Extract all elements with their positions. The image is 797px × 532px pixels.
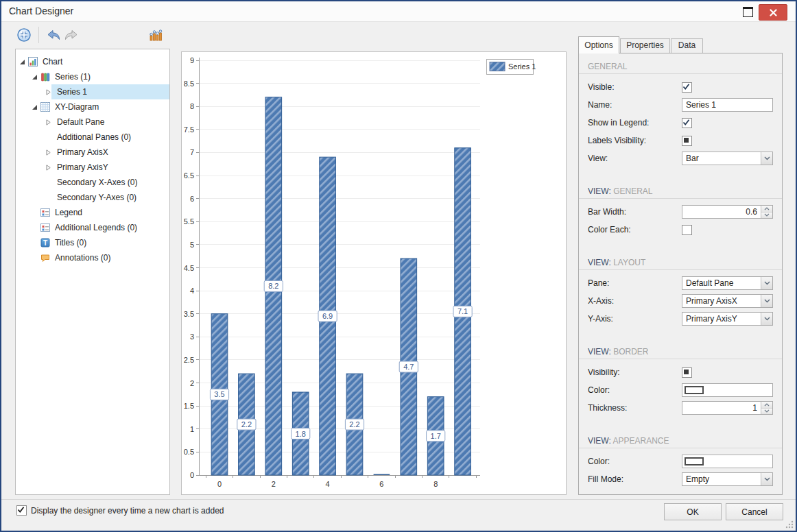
maximize-icon[interactable]: [743, 7, 753, 17]
title-bar: Chart Designer: [1, 1, 796, 22]
tab-properties[interactable]: Properties: [620, 38, 670, 53]
expander-expanded-icon[interactable]: [31, 73, 38, 80]
svg-text:2: 2: [272, 480, 276, 488]
tree-item-annotations-0[interactable]: Annotations (0): [16, 250, 169, 265]
tree-item-label: Default Pane: [56, 117, 104, 127]
svg-text:0: 0: [190, 471, 194, 479]
show-in-legend-checkbox[interactable]: [682, 118, 692, 128]
option-label: Name:: [588, 100, 612, 110]
spin-down-icon[interactable]: [761, 213, 772, 219]
close-button[interactable]: [759, 4, 787, 21]
tree-item-label: XY-Diagram: [53, 102, 99, 112]
chart-legend[interactable]: Series 1: [486, 59, 536, 74]
options-panel: GENERALVisible:Name:Series 1Show in Lege…: [578, 53, 783, 495]
resize-grip[interactable]: [785, 520, 794, 529]
svg-text:7.5: 7.5: [184, 125, 194, 134]
expander-collapsed-icon[interactable]: [45, 119, 51, 125]
tab-data[interactable]: Data: [671, 38, 703, 53]
tree-item-label: Titles (0): [53, 238, 86, 247]
color-color-picker[interactable]: [682, 383, 773, 397]
color-color-picker[interactable]: [682, 455, 773, 468]
tree-item-label: Secondary X-Axes (0): [56, 178, 137, 187]
add-chart-element-button[interactable]: [15, 26, 33, 44]
svg-text:7.1: 7.1: [457, 307, 468, 315]
svg-text:1.7: 1.7: [431, 432, 441, 440]
chevron-down-icon[interactable]: [761, 473, 772, 485]
expander-placeholder: [31, 254, 38, 261]
chart-canvas: 00.511.522.533.544.555.566.577.588.59024…: [182, 52, 566, 494]
window-title: Chart Designer: [9, 1, 73, 21]
redo-button[interactable]: [62, 26, 80, 44]
expander-collapsed-icon[interactable]: [45, 149, 51, 156]
tree-item-titles-0[interactable]: TTitles (0): [16, 235, 169, 250]
tree-item-label: Annotations (0): [53, 253, 110, 263]
view-dropdown[interactable]: Bar: [682, 152, 773, 165]
tree-item-default-pane[interactable]: Default Pane: [16, 114, 169, 130]
palette-button[interactable]: [146, 26, 164, 44]
visibility-checkbox[interactable]: [682, 367, 692, 378]
option-label: Color Each:: [588, 225, 631, 234]
expander-expanded-icon[interactable]: [31, 104, 38, 110]
chevron-down-icon[interactable]: [761, 313, 772, 325]
tab-options[interactable]: Options: [578, 36, 619, 53]
undo-arrow-icon: [46, 29, 61, 41]
svg-text:7: 7: [190, 148, 194, 156]
expander-expanded-icon[interactable]: [19, 58, 25, 65]
option-label: Color:: [588, 385, 610, 395]
tree-item-additional-legends-0[interactable]: Additional Legends (0): [16, 220, 169, 235]
svg-text:2: 2: [190, 379, 194, 387]
visible-checkbox[interactable]: [682, 82, 692, 93]
tree-item-primary-axisy[interactable]: Primary AxisY: [16, 160, 169, 175]
option-label: Show in Legend:: [588, 118, 649, 128]
tree-item-series-1[interactable]: Series (1): [16, 69, 169, 84]
fill-mode-dropdown[interactable]: Empty: [682, 472, 773, 486]
chart-icon: [27, 56, 38, 67]
expander-collapsed-icon[interactable]: [45, 164, 51, 171]
tree-item-primary-axisx[interactable]: Primary AxisX: [16, 145, 169, 160]
color-swatch: [685, 457, 704, 466]
labels-visibility-checkbox[interactable]: [682, 136, 692, 146]
spin-up-icon[interactable]: [761, 206, 772, 213]
tree-item-xy-diagram[interactable]: XY-Diagram: [16, 99, 169, 114]
close-icon: [770, 9, 777, 16]
pane-dropdown[interactable]: Default Pane: [682, 276, 773, 290]
option-row-view: View:Bar: [588, 149, 773, 167]
chevron-down-icon[interactable]: [761, 152, 772, 165]
group-header-view-general: VIEW: GENERAL: [579, 186, 782, 199]
display-designer-checkbox[interactable]: [16, 505, 27, 516]
tree-item-secondary-y-axes-0[interactable]: Secondary Y-Axes (0): [16, 190, 169, 205]
name-input[interactable]: Series 1: [682, 98, 773, 112]
tree-item-series-1[interactable]: Series 1: [16, 84, 169, 99]
spin-up-icon[interactable]: [761, 402, 772, 409]
tree-item-secondary-x-axes-0[interactable]: Secondary X-Axes (0): [16, 175, 169, 190]
option-row-thickness: Thickness:1: [588, 399, 773, 417]
chart-bar-zero[interactable]: [374, 474, 390, 476]
tree-item-label: Series (1): [53, 72, 91, 82]
svg-text:T: T: [43, 239, 47, 247]
tree-item-legend[interactable]: Legend: [16, 205, 169, 220]
thickness-spinner[interactable]: 1: [682, 401, 773, 415]
cancel-button[interactable]: Cancel: [726, 503, 783, 520]
expander-collapsed-icon[interactable]: [45, 88, 51, 95]
tree-item-additional-panes-0[interactable]: Additional Panes (0): [16, 130, 169, 145]
legend-icon: [40, 222, 51, 233]
y-axis-dropdown[interactable]: Primary AxisY: [682, 312, 773, 326]
expander-placeholder: [45, 134, 51, 141]
svg-text:8: 8: [433, 480, 438, 488]
svg-text:8.5: 8.5: [184, 80, 194, 88]
svg-text:Series 1: Series 1: [508, 62, 536, 71]
spin-down-icon[interactable]: [761, 409, 772, 415]
ok-button[interactable]: OK: [664, 503, 722, 520]
undo-button[interactable]: [45, 26, 62, 44]
x-axis-dropdown[interactable]: Primary AxisX: [682, 294, 773, 308]
expander-placeholder: [45, 179, 51, 186]
bar-width-spinner[interactable]: 0.6: [682, 205, 773, 219]
chevron-down-icon[interactable]: [761, 295, 772, 307]
tree-item-label: Legend: [53, 208, 82, 217]
tree-item-chart[interactable]: Chart: [16, 54, 169, 69]
color-each-checkbox[interactable]: [682, 225, 692, 235]
tree-item-label: Secondary Y-Axes (0): [56, 193, 136, 202]
tree-item-label: Primary AxisX: [56, 147, 108, 157]
chevron-down-icon[interactable]: [761, 277, 772, 289]
option-row-labels-visibility: Labels Visibility:: [588, 132, 773, 149]
